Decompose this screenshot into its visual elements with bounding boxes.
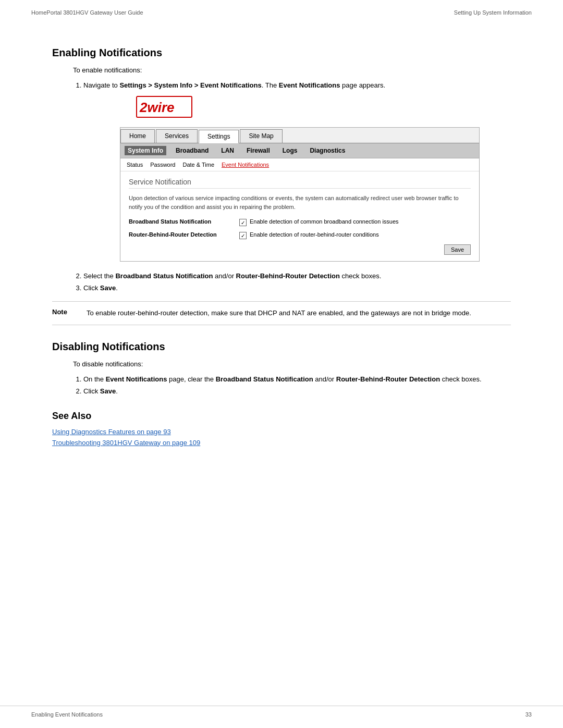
subnav-logs[interactable]: Logs bbox=[279, 146, 301, 155]
section2-heading: Disabling Notifications bbox=[52, 341, 511, 353]
header-right: Setting Up System Information bbox=[454, 9, 532, 16]
sub-sub-nav: Status Password Date & Time Event Notifi… bbox=[120, 158, 479, 171]
broadband-check-text: Enable detection of common broadband con… bbox=[250, 218, 399, 225]
step-2: Select the Broadband Status Notification… bbox=[83, 272, 511, 280]
notification-row-router: Router-Behind-Router Detection Enable de… bbox=[129, 231, 471, 239]
subnav-diagnostics[interactable]: Diagnostics bbox=[307, 146, 348, 155]
subsubnav-password[interactable]: Password bbox=[150, 162, 175, 168]
sub-nav: System Info Broadband LAN Firewall Logs … bbox=[120, 143, 479, 158]
tab-sitemap[interactable]: Site Map bbox=[240, 129, 282, 143]
see-also-heading: See Also bbox=[52, 411, 511, 422]
note-label: Note bbox=[52, 308, 78, 318]
footer-right: 33 bbox=[525, 711, 532, 718]
ui-content-area: Service Notification Upon detection of v… bbox=[120, 171, 479, 261]
section2-steps: On the Event Notifications page, clear t… bbox=[83, 375, 511, 395]
step1-bold2: Event Notifications bbox=[279, 81, 340, 89]
step3-save: Save bbox=[100, 284, 116, 292]
step-1: Navigate to Settings > System Info > Eve… bbox=[83, 81, 511, 89]
main-content: Enabling Notifications To enable notific… bbox=[0, 21, 563, 471]
nav-tabs: Home Services Settings Site Map bbox=[120, 128, 479, 143]
step1-bold1: Settings > System Info > Event Notificat… bbox=[119, 81, 261, 89]
disable-step1-bold2: Broadband Status Notification bbox=[216, 375, 313, 383]
service-notification-heading: Service Notification bbox=[129, 178, 471, 189]
header-left: HomePortal 3801HGV Gateway User Guide bbox=[31, 9, 143, 16]
step-3: Click Save. bbox=[83, 284, 511, 292]
router-check-text: Enable detection of router-behind-router… bbox=[250, 231, 379, 238]
router-checkbox[interactable] bbox=[239, 232, 247, 239]
section1-steps-2-3: Select the Broadband Status Notification… bbox=[83, 272, 511, 292]
router-check-area: Enable detection of router-behind-router… bbox=[239, 231, 379, 239]
subnav-firewall[interactable]: Firewall bbox=[243, 146, 273, 155]
router-ui: Home Services Settings Site Map System I… bbox=[120, 127, 480, 262]
note-box: Note To enable router-behind-router dete… bbox=[52, 301, 511, 325]
subsubnav-status[interactable]: Status bbox=[127, 162, 143, 168]
section1-heading: Enabling Notifications bbox=[52, 47, 511, 59]
step2-bold2: Router-Behind-Router Detection bbox=[236, 272, 340, 280]
disable-step1-bold3: Router-Behind-Router Detection bbox=[336, 375, 440, 383]
save-button[interactable]: Save bbox=[444, 244, 471, 255]
tab-home[interactable]: Home bbox=[120, 129, 155, 143]
2wire-logo: 2wire bbox=[136, 95, 193, 120]
step2-bold1: Broadband Status Notification bbox=[115, 272, 213, 280]
see-also-link-troubleshooting[interactable]: Troubleshooting 3801HGV Gateway on page … bbox=[52, 439, 511, 447]
subnav-broadband[interactable]: Broadband bbox=[173, 146, 212, 155]
broadband-checkbox[interactable] bbox=[239, 219, 247, 226]
logo-container: 2wire bbox=[136, 95, 511, 123]
broadband-check-area: Enable detection of common broadband con… bbox=[239, 218, 399, 226]
subnav-systeminfo[interactable]: System Info bbox=[125, 146, 166, 155]
subnav-lan[interactable]: LAN bbox=[218, 146, 237, 155]
tab-settings[interactable]: Settings bbox=[199, 130, 239, 143]
save-row: Save bbox=[129, 244, 471, 255]
service-desc: Upon detection of various service impact… bbox=[129, 194, 471, 211]
page-header: HomePortal 3801HGV Gateway User Guide Se… bbox=[0, 0, 563, 21]
note-text: To enable router-behind-router detection… bbox=[87, 308, 471, 318]
footer-left: Enabling Event Notifications bbox=[31, 711, 103, 718]
disable-step-1: On the Event Notifications page, clear t… bbox=[83, 375, 511, 383]
disable-step-2: Click Save. bbox=[83, 387, 511, 395]
section1-steps: Navigate to Settings > System Info > Eve… bbox=[83, 81, 511, 89]
tab-services[interactable]: Services bbox=[156, 129, 198, 143]
svg-text:2wire: 2wire bbox=[139, 100, 175, 115]
disable-step1-bold1: Event Notifications bbox=[106, 375, 167, 383]
disable-step2-save: Save bbox=[100, 387, 116, 395]
page-footer: Enabling Event Notifications 33 bbox=[0, 706, 563, 718]
section2-intro: To disable notifications: bbox=[73, 360, 511, 368]
broadband-notification-label: Broadband Status Notification bbox=[129, 218, 233, 225]
subsubnav-datetime[interactable]: Date & Time bbox=[182, 162, 214, 168]
notification-row-broadband: Broadband Status Notification Enable det… bbox=[129, 218, 471, 226]
section1-intro: To enable notifications: bbox=[73, 66, 511, 74]
router-detection-label: Router-Behind-Router Detection bbox=[129, 231, 233, 238]
subsubnav-eventnotifications[interactable]: Event Notifications bbox=[222, 162, 269, 168]
see-also-link-diagnostics[interactable]: Using Diagnostics Features on page 93 bbox=[52, 428, 511, 436]
